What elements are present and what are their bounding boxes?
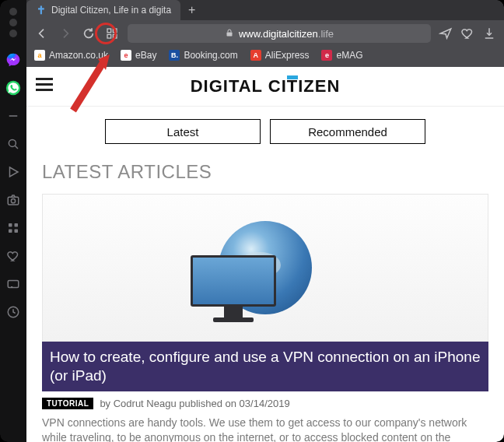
whatsapp-icon[interactable]: [3, 78, 23, 98]
card-icon[interactable]: [3, 274, 23, 294]
svg-rect-5: [8, 197, 19, 205]
messenger-icon[interactable]: [3, 50, 23, 70]
heart-icon[interactable]: [3, 246, 23, 266]
back-button[interactable]: [34, 26, 50, 41]
menu-button[interactable]: [36, 78, 53, 91]
camera-icon[interactable]: [3, 190, 23, 210]
pill-latest[interactable]: Latest: [105, 119, 261, 144]
svg-point-6: [11, 199, 15, 203]
bookmark-favicon: e: [321, 50, 332, 61]
bookmark-favicon: e: [121, 50, 131, 61]
bookmark-heart-icon[interactable]: [460, 26, 474, 40]
category-pills: Latest Recommended: [26, 107, 504, 156]
svg-rect-7: [9, 223, 12, 227]
toolbar: www.digitalcitizen.life: [26, 20, 504, 47]
site-header: DIGITAL CITIZEN: [26, 67, 504, 107]
svg-rect-19: [226, 32, 232, 36]
svg-rect-15: [107, 29, 111, 33]
tab-title: Digital Citizen, Life in a digita: [51, 5, 171, 16]
bookmark-favicon: a: [34, 50, 45, 61]
new-tab-button[interactable]: +: [180, 3, 203, 17]
address-bar[interactable]: www.digitalcitizen.life: [128, 24, 431, 43]
lock-icon: [225, 28, 234, 40]
bookmarks-bar: aAmazon.co.ukeeBayB.Booking.comAAliExpre…: [26, 47, 504, 67]
site-logo[interactable]: DIGITAL CITIZEN: [191, 76, 341, 96]
svg-rect-17: [107, 34, 111, 38]
tab-strip: ✝ Digital Citizen, Life in a digita +: [26, 0, 504, 20]
svg-marker-20: [440, 29, 451, 38]
browser-window: ✝ Digital Citizen, Life in a digita + ww…: [0, 0, 504, 442]
bookmark-label: eMAG: [336, 50, 362, 61]
svg-rect-10: [15, 230, 19, 233]
bookmark-label: Booking.com: [184, 50, 237, 61]
svg-rect-18: [113, 34, 117, 38]
section-heading: LATEST ARTICLES: [26, 156, 504, 191]
url-tld: .life: [318, 28, 334, 40]
bookmark-favicon: B.: [169, 50, 180, 61]
bookmark-label: eBay: [135, 50, 156, 61]
svg-point-2: [9, 139, 16, 146]
play-icon[interactable]: [3, 162, 23, 182]
article-card[interactable]: How to create, configure and use a VPN c…: [26, 194, 504, 442]
toolbar-right: [439, 26, 496, 40]
article-hero-image: [42, 194, 488, 342]
bookmark-favicon: A: [250, 50, 261, 61]
bookmark-item[interactable]: AAliExpress: [250, 50, 310, 61]
bookmark-item[interactable]: eeBay: [121, 50, 156, 61]
bookmark-label: AliExpress: [265, 50, 310, 61]
app-sidebar: [0, 0, 26, 442]
url-domain: www.digitalcitizen: [239, 28, 318, 40]
svg-rect-9: [9, 230, 12, 233]
bookmark-item[interactable]: B.Booking.com: [169, 50, 237, 61]
article-byline: TUTORIAL by Codrut Neagu published on 03…: [42, 391, 488, 412]
search-icon[interactable]: [3, 134, 23, 154]
article-byline-text: by Codrut Neagu published on 03/14/2019: [100, 398, 289, 409]
svg-line-3: [15, 146, 18, 149]
page-viewport: DIGITAL CITIZEN Latest Recommended LATES…: [26, 67, 504, 442]
bookmark-label: Amazon.co.uk: [49, 50, 108, 61]
dash-icon[interactable]: [3, 106, 23, 126]
forward-button[interactable]: [58, 26, 73, 41]
download-icon[interactable]: [482, 26, 496, 40]
svg-rect-16: [113, 29, 117, 33]
tab-favicon: ✝: [36, 5, 47, 16]
svg-marker-4: [10, 167, 19, 177]
bookmark-item[interactable]: aAmazon.co.uk: [34, 50, 108, 61]
share-icon[interactable]: [439, 26, 453, 40]
svg-rect-8: [15, 223, 19, 227]
browser-tab[interactable]: ✝ Digital Citizen, Life in a digita: [26, 0, 180, 20]
svg-rect-11: [8, 281, 19, 288]
grid-icon[interactable]: [3, 218, 23, 238]
pill-recommended[interactable]: Recommended: [270, 119, 425, 144]
article-title: How to create, configure and use a VPN c…: [42, 342, 488, 391]
bookmark-item[interactable]: eeMAG: [321, 50, 362, 61]
tile-view-button[interactable]: [104, 26, 120, 41]
article-badge: TUTORIAL: [42, 398, 93, 409]
browser-main: ✝ Digital Citizen, Life in a digita + ww…: [26, 0, 504, 442]
reload-button[interactable]: [81, 26, 96, 41]
history-icon[interactable]: [3, 302, 23, 322]
traffic-lights[interactable]: [9, 8, 17, 37]
article-excerpt: VPN connections are handy tools. We use …: [42, 412, 488, 443]
